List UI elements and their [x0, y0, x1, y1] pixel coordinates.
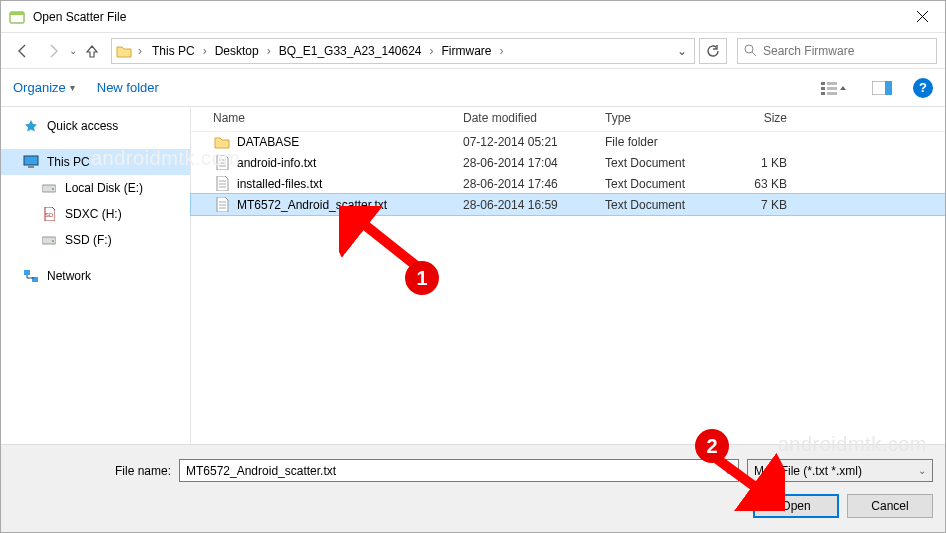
help-button[interactable]: ?: [913, 78, 933, 98]
window-title: Open Scatter File: [33, 10, 126, 24]
forward-button[interactable]: [39, 37, 67, 65]
sd-card-icon: SD: [41, 206, 57, 222]
file-size: 63 KB: [723, 177, 803, 191]
text-file-icon: [213, 176, 231, 191]
filename-input[interactable]: [186, 464, 724, 478]
star-icon: [23, 118, 39, 134]
svg-rect-8: [821, 92, 825, 95]
column-headers[interactable]: Name Date modified Type Size: [191, 107, 945, 132]
sidebar-item-quick-access[interactable]: Quick access: [1, 113, 190, 139]
address-dropdown[interactable]: ⌄: [672, 44, 692, 58]
filter-label: Map File (*.txt *.xml): [754, 464, 862, 478]
svg-text:SD: SD: [45, 212, 54, 218]
sidebar-item-label: Quick access: [47, 119, 118, 133]
svg-point-4: [745, 45, 753, 53]
file-row[interactable]: installed-files.txt 28-06-2014 17:46 Tex…: [191, 173, 945, 194]
sidebar-item-label: This PC: [47, 155, 90, 169]
breadcrumb-item[interactable]: Desktop: [211, 42, 263, 60]
network-icon: [23, 268, 39, 284]
chevron-right-icon: ›: [136, 44, 144, 58]
app-icon: [9, 9, 25, 25]
drive-icon: [41, 180, 57, 196]
cancel-button[interactable]: Cancel: [847, 494, 933, 518]
file-size: 7 KB: [723, 198, 803, 212]
svg-rect-14: [24, 156, 38, 165]
column-name[interactable]: Name: [213, 111, 463, 125]
watermark: androidmtk.com: [778, 433, 927, 456]
monitor-icon: [23, 154, 39, 170]
svg-rect-21: [24, 270, 30, 275]
file-row-selected[interactable]: MT6572_Android_scatter.txt 28-06-2014 16…: [190, 193, 946, 216]
filename-input-wrap[interactable]: ⌄: [179, 459, 739, 482]
svg-rect-13: [885, 81, 892, 95]
text-file-icon: [213, 197, 231, 212]
file-list: Name Date modified Type Size DATABASE 07…: [191, 107, 945, 444]
breadcrumb-item[interactable]: Firmware: [438, 42, 496, 60]
up-button[interactable]: [79, 38, 105, 64]
open-button[interactable]: Open: [753, 494, 839, 518]
file-type: File folder: [605, 135, 723, 149]
column-type[interactable]: Type: [605, 111, 723, 125]
svg-rect-1: [10, 12, 24, 15]
file-date: 28-06-2014 16:59: [463, 198, 605, 212]
sidebar-item-label: Network: [47, 269, 91, 283]
sidebar-item-label: SDXC (H:): [65, 207, 122, 221]
search-box[interactable]: [737, 38, 937, 64]
filename-dropdown[interactable]: ⌄: [724, 465, 732, 476]
svg-rect-6: [821, 82, 825, 85]
file-type: Text Document: [605, 198, 723, 212]
file-row[interactable]: DATABASE 07-12-2014 05:21 File folder: [191, 132, 945, 152]
file-type: Text Document: [605, 177, 723, 191]
file-name: installed-files.txt: [237, 177, 322, 191]
file-name: MT6572_Android_scatter.txt: [237, 198, 387, 212]
preview-pane-button[interactable]: [865, 77, 899, 99]
refresh-button[interactable]: [699, 38, 727, 64]
close-button[interactable]: [899, 1, 945, 33]
column-size[interactable]: Size: [723, 111, 803, 125]
file-row[interactable]: android-info.txt 28-06-2014 17:04 Text D…: [191, 152, 945, 173]
file-date: 28-06-2014 17:04: [463, 156, 605, 170]
file-size: 1 KB: [723, 156, 803, 170]
new-folder-button[interactable]: New folder: [97, 80, 159, 95]
sidebar-item-local-disk[interactable]: Local Disk (E:): [1, 175, 190, 201]
bottom-panel: File name: ⌄ Map File (*.txt *.xml) ⌄ Op…: [1, 444, 945, 532]
file-name: DATABASE: [237, 135, 299, 149]
svg-rect-15: [28, 166, 34, 168]
titlebar: Open Scatter File: [1, 1, 945, 33]
search-icon: [744, 44, 757, 57]
svg-line-5: [752, 52, 756, 56]
address-bar[interactable]: › This PC› Desktop› BQ_E1_G33_A23_140624…: [111, 38, 695, 64]
sidebar-item-ssd[interactable]: SSD (F:): [1, 227, 190, 253]
search-input[interactable]: [763, 44, 930, 58]
svg-rect-7: [821, 87, 825, 90]
filter-dropdown-icon: ⌄: [918, 465, 926, 476]
toolbar: Organize ▾ New folder ?: [1, 69, 945, 107]
svg-rect-16: [42, 185, 56, 192]
breadcrumb-item[interactable]: BQ_E1_G33_A23_140624: [275, 42, 426, 60]
navbar: ⌄ › This PC› Desktop› BQ_E1_G33_A23_1406…: [1, 33, 945, 69]
file-type-filter[interactable]: Map File (*.txt *.xml) ⌄: [747, 459, 933, 482]
sidebar-item-sdxc[interactable]: SD SDXC (H:): [1, 201, 190, 227]
file-name: android-info.txt: [237, 156, 316, 170]
back-button[interactable]: [9, 37, 37, 65]
filename-label: File name:: [1, 464, 179, 478]
folder-icon: [116, 44, 132, 58]
file-date: 07-12-2014 05:21: [463, 135, 605, 149]
sidebar-item-label: Local Disk (E:): [65, 181, 143, 195]
column-date[interactable]: Date modified: [463, 111, 605, 125]
file-date: 28-06-2014 17:46: [463, 177, 605, 191]
sidebar-item-network[interactable]: Network: [1, 263, 190, 289]
svg-point-20: [52, 240, 54, 242]
breadcrumb-item[interactable]: This PC: [148, 42, 199, 60]
drive-icon: [41, 232, 57, 248]
sidebar-item-label: SSD (F:): [65, 233, 112, 247]
file-type: Text Document: [605, 156, 723, 170]
watermark: androidmtk.com: [91, 147, 240, 170]
recent-locations-dropdown[interactable]: ⌄: [69, 45, 77, 56]
svg-point-17: [52, 188, 54, 190]
svg-rect-9: [827, 82, 837, 85]
svg-rect-10: [827, 87, 837, 90]
view-options-button[interactable]: [817, 77, 851, 99]
svg-rect-19: [42, 237, 56, 244]
organize-menu[interactable]: Organize ▾: [13, 80, 75, 95]
